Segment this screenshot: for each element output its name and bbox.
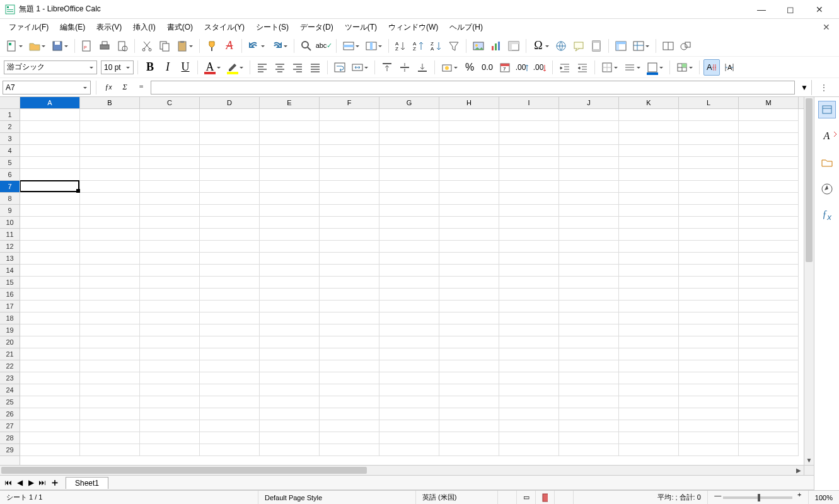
menu-window[interactable]: ウィンドウ(W): [383, 21, 443, 34]
cell[interactable]: [260, 336, 320, 348]
cell[interactable]: [559, 229, 619, 241]
cell[interactable]: [80, 169, 140, 181]
cell[interactable]: [320, 312, 379, 324]
cell[interactable]: [200, 396, 260, 408]
cell[interactable]: [20, 133, 80, 145]
decrease-indent-button[interactable]: [574, 59, 591, 76]
cell[interactable]: [140, 109, 200, 121]
cell[interactable]: [20, 420, 80, 432]
cell[interactable]: [679, 360, 739, 372]
cell[interactable]: [559, 348, 619, 360]
undo-button[interactable]: [246, 38, 262, 54]
cell[interactable]: [80, 157, 140, 169]
cell[interactable]: [140, 145, 200, 157]
italic-button[interactable]: I: [159, 59, 176, 76]
row-header-7[interactable]: 7: [0, 181, 20, 193]
cell[interactable]: [739, 253, 799, 265]
cell[interactable]: [679, 432, 739, 444]
cell[interactable]: [559, 277, 619, 289]
cell[interactable]: [559, 420, 619, 432]
cell[interactable]: [559, 169, 619, 181]
cell[interactable]: [439, 444, 499, 456]
row-header-20[interactable]: 20: [0, 336, 20, 348]
cell[interactable]: [20, 229, 80, 241]
cell[interactable]: [260, 121, 320, 133]
cell[interactable]: [499, 121, 559, 133]
cell[interactable]: [140, 408, 200, 420]
cell[interactable]: [619, 312, 679, 324]
cell[interactable]: [379, 348, 439, 360]
cell[interactable]: [619, 121, 679, 133]
row-header-17[interactable]: 17: [0, 301, 20, 312]
cell[interactable]: [140, 336, 200, 348]
cell[interactable]: [739, 444, 799, 456]
cell[interactable]: [80, 432, 140, 444]
cell[interactable]: [260, 408, 320, 420]
print-button[interactable]: [96, 38, 113, 54]
cell[interactable]: [80, 348, 140, 360]
cell[interactable]: [80, 420, 140, 432]
column-header-G[interactable]: G: [379, 97, 439, 108]
cell[interactable]: [499, 420, 559, 432]
cell[interactable]: [739, 301, 799, 312]
cell[interactable]: [20, 277, 80, 289]
row-header-4[interactable]: 4: [0, 145, 20, 157]
cell[interactable]: [559, 241, 619, 253]
cell[interactable]: [379, 312, 439, 324]
bold-button[interactable]: B: [142, 59, 158, 76]
sort-asc-button[interactable]: AZ: [410, 38, 427, 54]
wrap-text-button[interactable]: [332, 59, 348, 76]
cell[interactable]: [499, 312, 559, 324]
cell[interactable]: [559, 444, 619, 456]
cell[interactable]: [439, 181, 499, 193]
cell[interactable]: [379, 324, 439, 336]
cell[interactable]: [619, 181, 679, 193]
cell[interactable]: [140, 265, 200, 277]
cell[interactable]: [320, 109, 379, 121]
cell[interactable]: [260, 205, 320, 217]
open-button[interactable]: [26, 38, 43, 54]
cell[interactable]: [320, 157, 379, 169]
cell[interactable]: [320, 241, 379, 253]
merge-cells-button[interactable]: [349, 59, 366, 76]
cell[interactable]: [260, 384, 320, 396]
cell[interactable]: [320, 217, 379, 229]
column-header-A[interactable]: A: [20, 97, 80, 108]
cell[interactable]: [260, 229, 320, 241]
cell[interactable]: [679, 157, 739, 169]
column-header-L[interactable]: L: [679, 97, 739, 108]
menu-help[interactable]: ヘルプ(H): [444, 21, 488, 34]
row-header-8[interactable]: 8: [0, 193, 20, 205]
cell[interactable]: [619, 396, 679, 408]
cell[interactable]: [200, 289, 260, 301]
cell[interactable]: [499, 229, 559, 241]
cell[interactable]: [559, 157, 619, 169]
cut-button[interactable]: [139, 38, 155, 54]
cell[interactable]: [200, 420, 260, 432]
cell[interactable]: [679, 229, 739, 241]
row-header-18[interactable]: 18: [0, 312, 20, 324]
cell[interactable]: [20, 372, 80, 384]
cell[interactable]: [140, 384, 200, 396]
row-button[interactable]: [340, 38, 357, 54]
highlight-color-button[interactable]: [224, 59, 241, 76]
cell[interactable]: [679, 384, 739, 396]
cell[interactable]: [20, 289, 80, 301]
menu-sheet[interactable]: シート(S): [251, 21, 294, 34]
row-header-13[interactable]: 13: [0, 253, 20, 265]
cell[interactable]: [200, 217, 260, 229]
cell[interactable]: [20, 360, 80, 372]
cell[interactable]: [499, 157, 559, 169]
cell[interactable]: [679, 145, 739, 157]
cell[interactable]: [439, 241, 499, 253]
cell[interactable]: [679, 444, 739, 456]
cell[interactable]: [20, 336, 80, 348]
cell-grid[interactable]: [20, 109, 804, 456]
border-style-button[interactable]: [622, 59, 638, 76]
cell[interactable]: [559, 205, 619, 217]
cell[interactable]: [379, 301, 439, 312]
cell[interactable]: [379, 384, 439, 396]
cell[interactable]: [499, 181, 559, 193]
clone-formatting-button[interactable]: [204, 38, 220, 54]
next-sheet-button[interactable]: ▶: [25, 476, 37, 489]
